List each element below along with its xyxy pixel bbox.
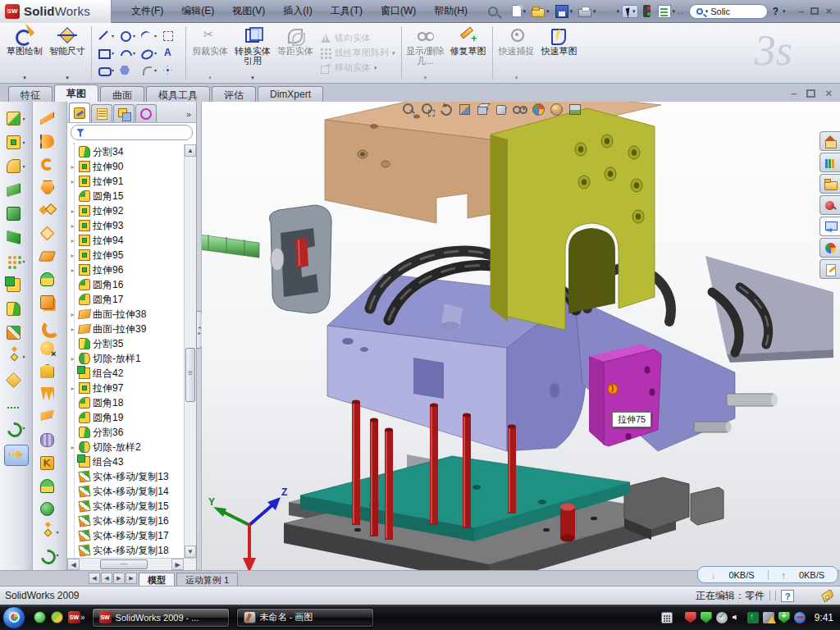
tree-item[interactable]: ▸ 拉伸92 [67,203,196,218]
trim-entities-button[interactable]: 剪裁实体▾ [189,23,231,83]
search-input[interactable]: Solic [710,7,730,16]
tree-item[interactable]: ▸ 拉伸91 [67,174,196,189]
command-tab[interactable]: 曲面 [100,86,144,102]
sketch-entity-button[interactable]: ▾ [117,27,139,44]
tree-horizontal-scrollbar[interactable]: ◀ ▶ [67,558,196,570]
command-tab[interactable]: 评估 [212,86,256,102]
feature-tool-button[interactable]: ▾ [7,226,25,249]
menu-item[interactable]: 帮助(H) [426,2,476,21]
dropdown-arrow-icon[interactable]: ▾ [22,425,25,431]
tree-item[interactable]: ▸ 实体-移动/复制16 [67,514,196,528]
sketch-entity-button[interactable]: ▾ [96,62,117,79]
tab-configuration-manager[interactable] [113,104,135,122]
tree-item[interactable]: ▸ 曲面-拉伸39 [67,322,196,336]
tabs-overflow-button[interactable]: » [186,109,194,122]
document-tab[interactable]: 模型 [139,573,175,587]
surface-tool-button[interactable]: ▾ [40,199,58,221]
dropdown-arrow-icon[interactable]: ▾ [56,529,58,535]
nav-button[interactable]: ▶ [113,573,125,584]
task-pane-button[interactable] [819,238,840,258]
keyboard-layout-icon[interactable] [661,612,673,623]
dropdown-arrow-icon[interactable]: ▾ [593,8,596,15]
menu-item[interactable]: 视图(V) [224,2,273,21]
doc-minimize-button[interactable]: – [791,87,797,99]
tree-item[interactable]: ▸ 拉伸90 [67,159,196,174]
tree-item[interactable]: ▸ 实体-移动/复制14 [67,484,196,499]
taskbar-clock[interactable]: 9:41 [815,612,833,623]
scroll-thumb[interactable] [185,348,195,402]
toolbar-button[interactable]: ▾ [600,3,623,20]
surface-tool-button[interactable]: ▾ [40,474,58,497]
dropdown-arrow-icon[interactable]: ▾ [66,75,69,81]
sketch-entity-button[interactable]: ▾ [117,44,139,62]
menu-item[interactable]: 窗口(W) [372,2,424,21]
surface-tool-button[interactable]: ▾ [40,543,58,566]
feature-tool-button[interactable]: ▾ [7,154,25,178]
scroll-right-button[interactable]: ▶ [171,559,184,570]
task-pane-button[interactable] [819,131,840,151]
dropdown-arrow-icon[interactable]: ▾ [251,75,254,81]
tree-item[interactable]: ▸ 切除-放样1 [67,351,196,366]
network-warning-icon[interactable] [763,612,774,623]
surface-tool-button[interactable]: ▾ [40,130,58,153]
surface-tool-button[interactable]: ▾ [40,382,58,405]
tree-item[interactable]: ▸ 组合43 [67,454,196,469]
minimize-button[interactable]: – [798,6,804,16]
feature-tool-button[interactable]: ▾ [7,178,25,202]
smart-dimension-button[interactable]: 智能尺寸▾ [46,23,89,83]
expand-arrow-icon[interactable]: ▸ [69,208,76,215]
repair-sketch-button[interactable]: 修复草图 [447,23,490,83]
surface-tool-button[interactable]: ▾ [40,520,58,543]
toolbar-button[interactable]: ▾ [484,3,507,20]
sketch-entity-button[interactable]: ▾ [139,62,160,79]
surface-tool-button[interactable]: ▾ [40,359,58,382]
surface-tool-button[interactable]: ▾ [40,451,58,474]
sketch-entity-button[interactable]: ▾ [160,27,181,44]
dropdown-arrow-icon[interactable]: ▾ [112,50,114,56]
upload-agent-icon[interactable] [747,612,759,623]
tree-item[interactable]: ▸ 切除-放样2 [67,440,196,454]
tag-icon[interactable] [821,588,834,602]
tree-item[interactable]: ▸ 实体-移动/复制15 [67,499,196,514]
expand-arrow-icon[interactable]: ▸ [69,267,76,274]
volume-icon[interactable] [732,612,743,623]
dropdown-arrow-icon[interactable]: ▾ [23,75,26,81]
surface-tool-button[interactable]: ▾ [40,107,58,130]
tree-item[interactable]: ▸ 圆角16 [67,277,196,292]
sketch-entity-button[interactable]: ▾ [139,27,160,44]
surface-tool-button[interactable]: ▾ [40,428,58,451]
tree-item[interactable]: ▸ 实体-移动/复制18 [67,543,196,558]
tree-item[interactable]: ▸ 拉伸93 [67,218,196,233]
sketch-button[interactable]: 草图绘制▾ [3,23,46,83]
move-entities-button[interactable]: 移动实体▾ [320,62,395,74]
toolbar-button[interactable]: ▾ [576,4,599,19]
instant3d-button-pressed[interactable] [4,445,29,466]
surface-tool-button[interactable]: ▾ [40,290,58,313]
view-tool-button[interactable]: ▾ [476,103,489,116]
surface-tool-button[interactable]: ▾ [40,221,58,244]
dropdown-arrow-icon[interactable]: ▾ [133,33,135,39]
defender-shield-icon[interactable] [778,612,790,623]
feature-tool-button[interactable]: ▾ [7,297,25,321]
doc-restore-button[interactable] [806,89,815,98]
scroll-down-button[interactable]: ▼ [185,546,196,558]
nav-button[interactable]: ◀ [89,573,100,584]
display-delete-relations-button[interactable]: 显示/删除几...▾ [404,23,447,83]
sketch-entity-button[interactable]: ▾ [96,44,117,62]
tree-item[interactable]: ▸ 组合42 [67,366,196,381]
dropdown-arrow-icon[interactable]: ▾ [546,8,550,15]
update-check-icon[interactable] [716,612,728,623]
feature-tool-button[interactable]: ▾ [7,321,25,345]
dropdown-arrow-icon[interactable]: ▾ [154,50,157,56]
expand-arrow-icon[interactable]: ▸ [69,237,76,244]
document-tab[interactable]: 运动算例 1 [176,573,238,587]
task-pane-button[interactable] [819,153,840,172]
dropdown-arrow-icon[interactable]: ▾ [112,67,114,73]
offset-entities-button[interactable]: 等距实体 [274,23,317,83]
tab-feature-manager[interactable] [69,103,90,122]
tree-item[interactable]: ▸ 圆角18 [67,395,196,410]
graphics-viewport[interactable]: Y Z X ▾ ▾ [202,102,840,570]
tree-item[interactable]: ▸ 分割34 [67,144,196,159]
view-tool-button[interactable]: ▾ [550,103,563,116]
antivirus-icon[interactable] [51,611,63,623]
